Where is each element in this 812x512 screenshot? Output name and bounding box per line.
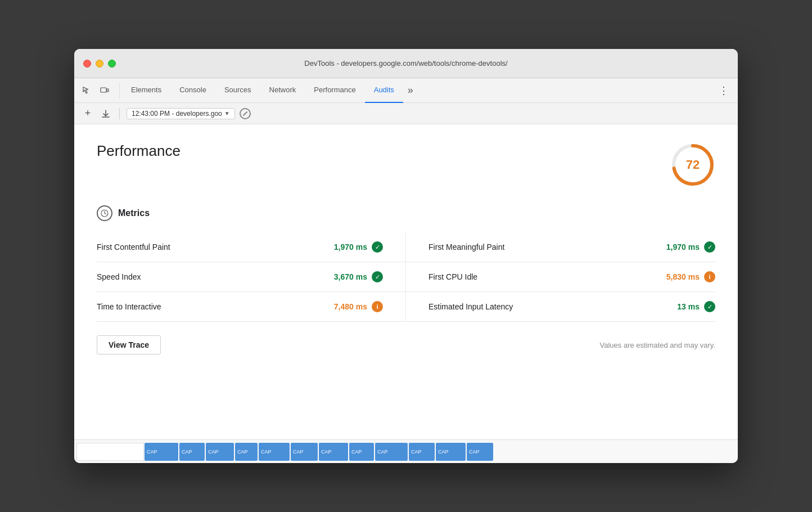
metrics-header: Metrics bbox=[97, 205, 715, 221]
metric-value: 1,970 ms bbox=[334, 242, 367, 251]
metric-value-wrap: 7,480 ms i bbox=[334, 301, 383, 312]
devtools-window: DevTools - developers.google.com/web/too… bbox=[74, 49, 738, 463]
strip-placeholder-box bbox=[76, 443, 144, 461]
info-icon: i bbox=[704, 271, 715, 282]
metric-value-wrap: 1,970 ms ✓ bbox=[666, 241, 715, 253]
tabs: Elements Console Sources Network Perform… bbox=[122, 78, 714, 102]
strip-item: CAP bbox=[319, 443, 348, 461]
tab-performance[interactable]: Performance bbox=[305, 78, 364, 103]
metric-label: First Meaningful Paint bbox=[428, 242, 504, 251]
metric-item: First CPU Idle 5,830 ms i bbox=[406, 262, 715, 292]
metric-value: 13 ms bbox=[677, 302, 700, 311]
check-icon: ✓ bbox=[704, 301, 715, 312]
close-button[interactable] bbox=[83, 60, 91, 68]
strip-item: CAP bbox=[179, 443, 205, 461]
metrics-bottom: View Trace Values are estimated and may … bbox=[97, 335, 715, 354]
svg-rect-0 bbox=[101, 88, 106, 92]
tab-elements[interactable]: Elements bbox=[122, 78, 170, 103]
filmstrip-strip: CAP CAP CAP CAP CAP CAP CAP CAP CAP CAP … bbox=[74, 439, 738, 463]
svg-rect-1 bbox=[107, 89, 109, 92]
strip-item: CAP bbox=[375, 443, 408, 461]
toolbar-icons bbox=[79, 83, 120, 98]
strip-item: CAP bbox=[349, 443, 374, 461]
metric-label: Time to Interactive bbox=[97, 302, 161, 311]
toolbar-right: ⋮ bbox=[714, 82, 733, 99]
metric-item: Speed Index 3,670 ms ✓ bbox=[97, 262, 406, 292]
devtools-toolbar: Elements Console Sources Network Perform… bbox=[74, 78, 738, 103]
values-note: Values are estimated and may vary. bbox=[600, 341, 715, 349]
strip-item: CAP bbox=[259, 443, 290, 461]
metrics-title: Metrics bbox=[118, 208, 150, 218]
session-selector[interactable]: 12:43:00 PM - developers.goo ▼ bbox=[127, 108, 235, 119]
score-value: 72 bbox=[686, 158, 700, 172]
view-trace-button[interactable]: View Trace bbox=[97, 335, 161, 354]
metric-label: Speed Index bbox=[97, 272, 141, 281]
score-circle: 72 bbox=[670, 142, 715, 187]
traffic-lights bbox=[83, 60, 116, 68]
metric-value: 5,830 ms bbox=[666, 272, 700, 281]
info-icon: i bbox=[372, 301, 383, 312]
metric-item: First Meaningful Paint 1,970 ms ✓ bbox=[406, 232, 715, 262]
tab-network[interactable]: Network bbox=[260, 78, 305, 103]
chevron-down-icon: ▼ bbox=[224, 110, 230, 116]
minimize-button[interactable] bbox=[96, 60, 103, 68]
session-text: 12:43:00 PM - developers.goo bbox=[132, 110, 222, 118]
tab-console[interactable]: Console bbox=[170, 78, 215, 103]
metric-value-wrap: 5,830 ms i bbox=[666, 271, 715, 282]
strip-item: CAP bbox=[291, 443, 318, 461]
inspect-element-icon[interactable] bbox=[79, 83, 94, 98]
metric-value-wrap: 3,670 ms ✓ bbox=[334, 271, 383, 282]
metrics-icon bbox=[97, 205, 112, 221]
performance-header: Performance 72 bbox=[97, 142, 715, 187]
metric-label: First Contentful Paint bbox=[97, 242, 170, 251]
maximize-button[interactable] bbox=[108, 60, 116, 68]
metric-item: First Contentful Paint 1,970 ms ✓ bbox=[97, 232, 406, 262]
more-tabs-icon[interactable]: » bbox=[403, 84, 418, 96]
strip-item: CAP bbox=[467, 443, 493, 461]
metric-item: Time to Interactive 7,480 ms i bbox=[97, 292, 406, 322]
divider bbox=[119, 108, 120, 119]
metric-value-wrap: 1,970 ms ✓ bbox=[334, 241, 383, 253]
strip-item: CAP bbox=[145, 443, 178, 461]
metric-label: Estimated Input Latency bbox=[428, 302, 513, 311]
download-icon[interactable] bbox=[99, 107, 112, 120]
window-title: DevTools - developers.google.com/web/too… bbox=[304, 59, 507, 68]
more-options-icon[interactable]: ⋮ bbox=[714, 82, 733, 99]
metric-value: 7,480 ms bbox=[334, 302, 367, 311]
metric-value: 1,970 ms bbox=[666, 242, 700, 251]
check-icon: ✓ bbox=[704, 241, 715, 253]
metric-value: 3,670 ms bbox=[334, 272, 367, 281]
strip-item: CAP bbox=[235, 443, 258, 461]
check-icon: ✓ bbox=[372, 271, 383, 282]
strip-item: CAP bbox=[409, 443, 435, 461]
page-title: Performance bbox=[97, 142, 181, 160]
no-entry-icon[interactable] bbox=[240, 108, 251, 119]
add-icon[interactable]: + bbox=[81, 107, 94, 120]
metric-value-wrap: 13 ms ✓ bbox=[677, 301, 715, 312]
metrics-grid: First Contentful Paint 1,970 ms ✓ First … bbox=[97, 232, 715, 322]
main-content: Performance 72 Metrics bbox=[74, 124, 738, 439]
check-icon: ✓ bbox=[372, 241, 383, 253]
secondary-toolbar: + 12:43:00 PM - developers.goo ▼ bbox=[74, 103, 738, 124]
tab-audits[interactable]: Audits bbox=[365, 78, 403, 103]
title-bar: DevTools - developers.google.com/web/too… bbox=[74, 49, 738, 78]
device-toggle-icon[interactable] bbox=[97, 83, 112, 98]
tab-sources[interactable]: Sources bbox=[215, 78, 260, 103]
strip-item: CAP bbox=[436, 443, 466, 461]
metric-label: First CPU Idle bbox=[428, 272, 477, 281]
strip-item: CAP bbox=[206, 443, 234, 461]
metric-item: Estimated Input Latency 13 ms ✓ bbox=[406, 292, 715, 322]
strip-items: CAP CAP CAP CAP CAP CAP CAP CAP CAP CAP … bbox=[144, 443, 736, 461]
